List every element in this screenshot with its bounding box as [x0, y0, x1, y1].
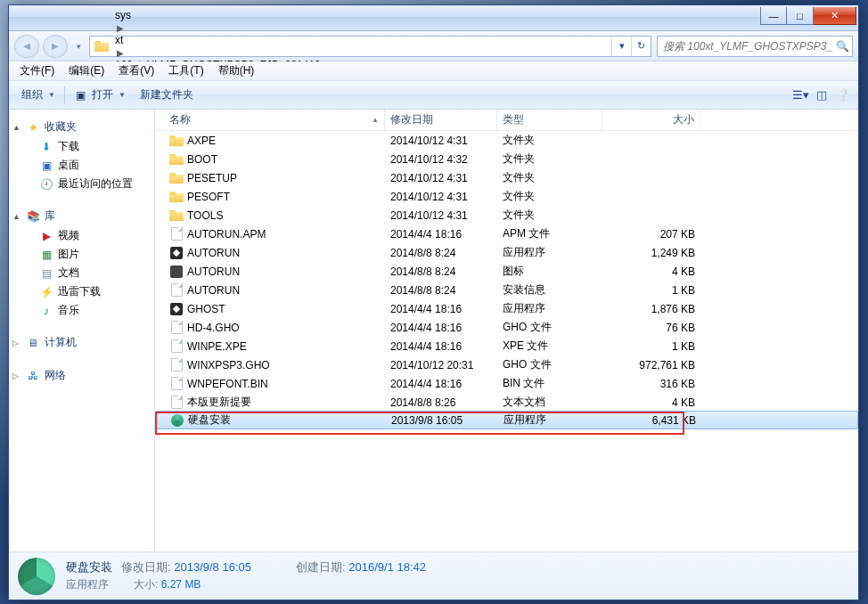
- file-row[interactable]: AUTORUN2014/8/8 8:24图标4 KB: [155, 262, 858, 281]
- file-row[interactable]: 硬盘安装2013/9/8 16:05应用程序6,431 KB: [155, 411, 858, 429]
- file-date: 2014/8/8 8:24: [385, 284, 497, 297]
- close-button[interactable]: ✕: [814, 7, 856, 25]
- details-created-label: 创建日期:: [296, 560, 346, 574]
- file-icon: [169, 302, 184, 316]
- details-size-value: 6.27 MB: [161, 578, 201, 591]
- search-input[interactable]: [658, 40, 832, 53]
- file-date: 2014/4/4 18:16: [385, 378, 497, 390]
- computer-group[interactable]: ▷🖥计算机: [9, 332, 154, 353]
- file-date: 2014/10/12 20:31: [385, 359, 497, 371]
- details-created-value: 2016/9/1 18:42: [348, 560, 426, 574]
- breadcrumb-0[interactable]: sys: [113, 9, 323, 21]
- file-size: 207 KB: [602, 228, 700, 241]
- file-row[interactable]: TOOLS2014/10/12 4:31文件夹: [155, 206, 858, 224]
- help-button[interactable]: ❔: [833, 86, 853, 105]
- preview-pane-button[interactable]: ◫: [812, 86, 831, 105]
- file-type: 文件夹: [497, 208, 602, 223]
- minimize-button[interactable]: —: [760, 7, 787, 25]
- video-icon: ▶: [39, 229, 53, 243]
- file-icon: [169, 396, 184, 410]
- file-row[interactable]: AUTORUN.APM2014/4/4 18:16APM 文件207 KB: [155, 224, 858, 243]
- file-row[interactable]: AUTORUN2014/8/8 8:24安装信息1 KB: [155, 281, 858, 299]
- file-icon: [169, 246, 184, 260]
- open-button[interactable]: ▣打开▼: [67, 85, 133, 105]
- file-row[interactable]: AUTORUN2014/8/8 8:24应用程序1,249 KB: [155, 243, 858, 262]
- column-date[interactable]: 修改日期: [385, 110, 497, 130]
- new-folder-button[interactable]: 新建文件夹: [133, 85, 201, 105]
- file-icon: [170, 413, 184, 428]
- file-type: 应用程序: [498, 412, 603, 428]
- file-type: 安装信息: [497, 282, 602, 298]
- menubar: 文件(F)编辑(E)查看(V)工具(T)帮助(H): [9, 61, 858, 81]
- sidebar-item-music[interactable]: ♪音乐: [9, 301, 154, 320]
- file-icon: [169, 134, 184, 148]
- file-row[interactable]: AXPE2014/10/12 4:31文件夹: [155, 131, 858, 150]
- file-row[interactable]: 本版更新提要2014/8/8 8:26文本文档4 KB: [155, 393, 858, 412]
- menu-item-1[interactable]: 编辑(E): [61, 61, 111, 80]
- music-icon: ♪: [39, 304, 53, 318]
- organize-button[interactable]: 组织▼: [14, 85, 62, 105]
- file-type: BIN 文件: [497, 376, 602, 391]
- menu-item-2[interactable]: 查看(V): [111, 61, 161, 80]
- history-dropdown[interactable]: ▾: [71, 37, 86, 56]
- file-icon: [169, 283, 184, 298]
- breadcrumb-1[interactable]: xt: [113, 34, 323, 46]
- maximize-button[interactable]: □: [787, 7, 814, 25]
- file-row[interactable]: HD-4.GHO2014/4/4 18:16GHO 文件76 KB: [155, 318, 858, 337]
- file-row[interactable]: WINPE.XPE2014/4/4 18:16XPE 文件1 KB: [155, 337, 858, 355]
- file-row[interactable]: PESETUP2014/10/12 4:31文件夹: [155, 168, 858, 187]
- view-button[interactable]: ☰▾: [790, 86, 810, 105]
- search-box[interactable]: 🔍: [657, 36, 853, 57]
- file-icon: [169, 321, 184, 335]
- menu-item-4[interactable]: 帮助(H): [211, 61, 262, 80]
- column-type[interactable]: 类型: [497, 110, 602, 130]
- file-size: 76 KB: [602, 322, 700, 334]
- file-row[interactable]: WINXPSP3.GHO2014/10/12 20:31GHO 文件972,76…: [155, 355, 858, 374]
- details-icon: [18, 558, 55, 595]
- file-date: 2014/8/8 8:24: [385, 265, 497, 278]
- network-group[interactable]: ▷🖧网络: [9, 365, 154, 386]
- file-date: 2014/10/12 4:31: [385, 172, 497, 184]
- file-icon: [169, 208, 184, 223]
- sidebar-item-documents[interactable]: ▤文档: [9, 264, 154, 282]
- navigation-pane: ▲★收藏夹 ⬇下载 ▣桌面 🕘最近访问的位置 ▲📚库 ▶视频 ▦图片 ▤文档 ⚡…: [9, 110, 155, 551]
- open-icon: ▣: [74, 88, 88, 102]
- file-rows: AXPE2014/10/12 4:31文件夹BOOT2014/10/12 4:3…: [155, 131, 858, 551]
- file-row[interactable]: GHOST2014/4/4 18:16应用程序1,876 KB: [155, 299, 858, 318]
- sidebar-item-recent[interactable]: 🕘最近访问的位置: [9, 175, 154, 193]
- sidebar-item-desktop[interactable]: ▣桌面: [9, 156, 154, 175]
- file-name: WINPE.XPE: [187, 340, 247, 353]
- refresh-button[interactable]: ↻: [631, 37, 651, 56]
- network-icon: 🖧: [26, 369, 40, 383]
- forward-button[interactable]: ►: [43, 35, 68, 58]
- column-name[interactable]: 名称▲: [155, 110, 385, 130]
- file-row[interactable]: PESOFT2014/10/12 4:31文件夹: [155, 187, 858, 206]
- column-size[interactable]: 大小: [602, 110, 700, 130]
- sidebar-item-thunder[interactable]: ⚡迅雷下载: [9, 282, 154, 301]
- libraries-group[interactable]: ▲📚库: [9, 206, 154, 226]
- file-name: PESOFT: [187, 191, 230, 203]
- file-name: BOOT: [187, 153, 217, 166]
- address-dropdown[interactable]: ▾: [611, 37, 631, 56]
- file-date: 2014/4/4 18:16: [385, 322, 497, 334]
- file-size: 1 KB: [602, 284, 700, 297]
- menu-item-0[interactable]: 文件(F): [12, 61, 61, 80]
- file-row[interactable]: WNPEFONT.BIN2014/4/4 18:16BIN 文件316 KB: [155, 374, 858, 393]
- file-icon: [169, 339, 184, 354]
- star-icon: ★: [26, 120, 40, 135]
- file-type: 文件夹: [497, 170, 602, 185]
- file-row[interactable]: BOOT2014/10/12 4:32文件夹: [155, 150, 858, 168]
- file-name: AUTORUN: [187, 265, 240, 278]
- file-list-pane: 名称▲ 修改日期 类型 大小 AXPE2014/10/12 4:31文件夹BOO…: [155, 110, 858, 551]
- sidebar-item-videos[interactable]: ▶视频: [9, 226, 154, 245]
- sidebar-item-pictures[interactable]: ▦图片: [9, 245, 154, 264]
- search-icon: 🔍: [832, 40, 852, 53]
- favorites-group[interactable]: ▲★收藏夹: [9, 117, 154, 137]
- sidebar-item-downloads[interactable]: ⬇下载: [9, 137, 154, 156]
- back-button[interactable]: ◄: [14, 35, 39, 58]
- file-name: AUTORUN: [187, 284, 240, 297]
- chevron-right-icon: ▶: [113, 23, 127, 33]
- file-date: 2014/8/8 8:24: [385, 247, 497, 259]
- menu-item-3[interactable]: 工具(T): [161, 61, 210, 80]
- address-bar[interactable]: sys▶xt▶100xt_YLMF_GHOSTXPSP3_ZJB_201410▶…: [89, 36, 651, 57]
